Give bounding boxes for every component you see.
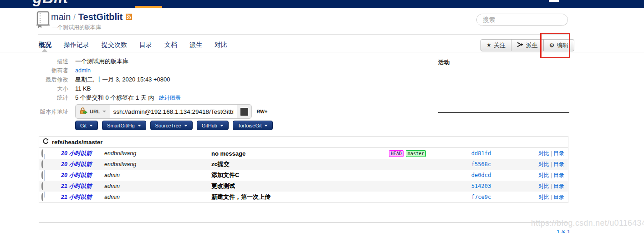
size-label: 大小 [0,84,68,93]
clone-url-input[interactable] [110,105,237,118]
tab-compare[interactable]: 对比 [215,41,227,49]
commit-age: 20 小时以前 [61,150,104,157]
commit-age: 20 小时以前 [61,161,104,168]
protocol-label: URL [90,109,100,114]
footer-partial-text: 1 & 1 [557,228,570,233]
commit-message-link[interactable]: 添加文件C [211,171,389,179]
watch-button[interactable]: ★ 关注 [480,39,511,51]
commit-row: 21 小时以前 admin 更改测试 514203 对比|目录 [39,181,568,192]
chevron-down-icon [138,125,141,127]
sourcetree-client-label: SourceTree [155,123,181,128]
commit-age: 21 小时以前 [61,182,104,190]
commit-message-link[interactable]: zc提交 [211,160,389,168]
git-client-label: Git [80,123,87,128]
fork-button[interactable]: 派生 [511,39,544,51]
gitblit-logo[interactable]: gBlit [33,0,68,7]
lock-icon [79,107,87,116]
compare-link[interactable]: 对比 [538,194,549,200]
search-input[interactable] [477,14,568,25]
commit-author: endboilwang [104,161,211,167]
tortoisegit-client-button[interactable]: TortoiseGit [233,121,273,130]
tab-commits[interactable]: 提交次数 [102,41,127,49]
activity-chart-gridline [438,89,569,89]
breadcrumb-separator: / [73,13,75,21]
commit-hash-link[interactable]: de0dcd [471,172,491,178]
commit-graph-node [41,193,43,201]
branch-ref-title: refs/heads/master [52,139,102,146]
github-client-label: GitHub [202,123,217,128]
compare-link[interactable]: 对比 [538,161,549,167]
repo-name: TestGitblit [78,12,123,22]
highlight-rectangle [540,33,570,58]
tree-link[interactable]: 目录 [553,194,564,200]
watch-button-label: 关注 [494,40,506,51]
copy-url-button[interactable] [240,108,248,116]
user-icon[interactable] [549,0,559,2]
commit-hash-link[interactable]: dd81fd [471,150,491,157]
commit-author: endboilwang [104,150,211,157]
owner-link[interactable]: admin [75,67,91,74]
commit-author: admin [104,194,211,200]
tree-link[interactable]: 目录 [553,183,564,189]
compare-link[interactable]: 对比 [538,183,549,189]
top-navbar: gBlit [0,0,644,8]
commit-row: 20 小时以前 endboilwang no message HEAD mast… [39,148,568,159]
smartgit-client-button[interactable]: SmartGit/Hg [102,121,146,130]
chevron-down-icon [102,111,106,112]
tab-forks[interactable]: 派生 [189,41,202,49]
commit-graph-node [41,149,43,157]
footer-divider [39,222,568,223]
commit-message-link[interactable]: 更改测试 [211,182,389,190]
chevron-down-icon [89,125,93,127]
tree-link[interactable]: 目录 [553,161,564,167]
tab-activity-log[interactable]: 操作记录 [64,41,89,49]
commit-rows: 20 小时以前 endboilwang no message HEAD mast… [39,148,568,203]
branch-ref-badge[interactable]: master [406,150,426,157]
repo-description: 一个测试用的版本库 [52,24,101,31]
commit-hash-link[interactable]: f5568c [471,161,491,167]
link-separator: | [551,150,552,157]
permission-badge: RW+ [257,109,267,114]
commit-hash-link[interactable]: f7ce9c [471,194,491,200]
description-value: 一个测试用的版本库 [75,57,128,66]
last-change-value: 星期二, 十一月 3, 2020 15:43 +0800 [75,75,170,84]
compare-link[interactable]: 对比 [538,150,549,157]
activity-title: 活动 [438,59,450,66]
commit-hash-link[interactable]: 514203 [471,183,491,189]
search-box [476,14,568,26]
github-client-button[interactable]: GitHub [197,121,229,130]
client-app-buttons: Git SmartGit/Hg SourceTree GitHub Tortoi… [75,121,273,130]
project-link[interactable]: main [51,12,71,22]
tab-tree[interactable]: 目录 [139,41,152,49]
protocol-dropdown[interactable]: URL [76,107,110,116]
sourcetree-client-button[interactable]: SourceTree [150,121,193,130]
head-ref-badge[interactable]: HEAD [389,150,404,157]
commit-row: 20 小时以前 endboilwang zc提交 f5568c 对比|目录 [39,159,568,170]
chevron-down-icon [220,125,224,127]
metrics-link[interactable]: 统计图表 [159,95,181,101]
fork-icon [517,40,524,51]
chevron-down-icon [264,125,268,127]
last-change-label: 最后修改 [0,75,68,84]
rss-feed-icon[interactable] [126,12,132,22]
csdn-watermark: https://blog.csdn.net/u011643463 [531,218,644,228]
commit-author: admin [104,183,211,189]
tree-link[interactable]: 目录 [553,172,564,178]
active-tab-caret [41,49,48,52]
owner-value: admin [75,66,91,75]
tab-docs[interactable]: 文档 [164,41,177,49]
star-icon: ★ [486,40,491,51]
commit-graph-node [41,182,43,190]
header-divider [38,34,569,35]
commit-message-link[interactable]: 新建文件，第一次上传 [211,193,389,201]
repo-tabs: 概况 操作记录 提交次数 目录 文档 派生 对比 [39,38,227,52]
description-label: 描述 [0,57,68,66]
commit-message-link[interactable]: no message [211,150,389,157]
refresh-icon[interactable] [42,138,49,146]
git-client-button[interactable]: Git [75,121,98,130]
navbar-active-indicator [135,6,162,8]
tree-link[interactable]: 目录 [553,150,564,157]
compare-link[interactable]: 对比 [538,172,549,178]
tab-overview[interactable]: 概况 [39,41,51,49]
stats-text: 5 个提交和 0 个标签在 1 天 内 [75,94,154,101]
